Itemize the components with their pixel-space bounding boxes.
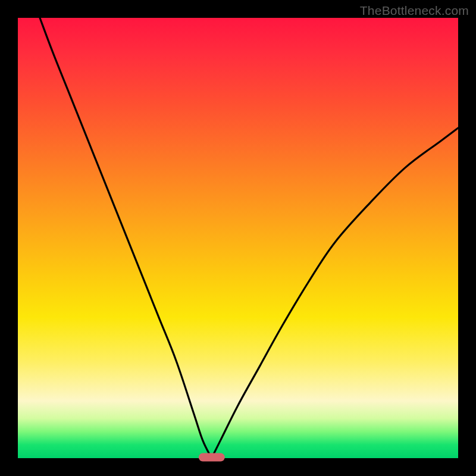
trough-marker (198, 453, 224, 462)
watermark-text: TheBottleneck.com (360, 4, 469, 18)
curve-right (212, 128, 458, 458)
chart-frame: TheBottleneck.com (0, 0, 476, 476)
plot-area (18, 18, 458, 458)
curve-layer (18, 18, 458, 458)
curve-left (40, 18, 212, 458)
